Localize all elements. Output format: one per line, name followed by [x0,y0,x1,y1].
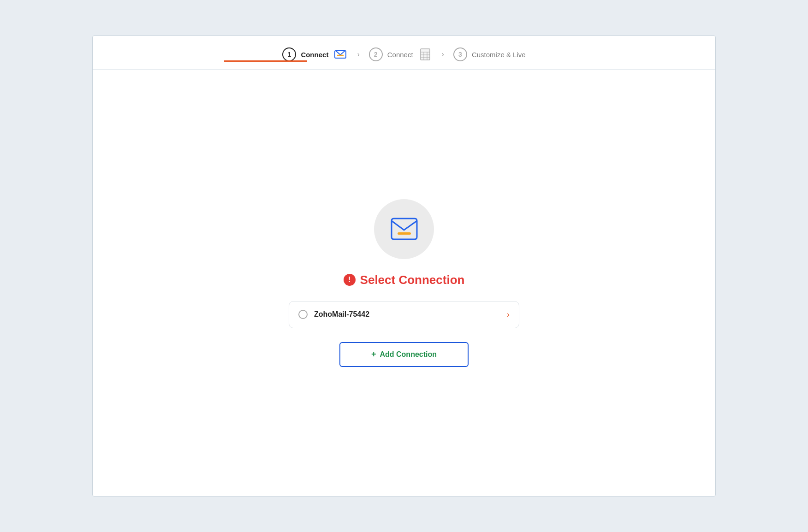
add-connection-button[interactable]: + Add Connection [339,342,469,367]
connection-name: ZohoMail-75442 [314,310,369,319]
step-2-label: Connect [387,51,413,59]
connection-option-left: ZohoMail-75442 [298,310,369,319]
connection-option[interactable]: ZohoMail-75442 › [289,301,519,328]
page-container: 1 Connect › 2 Connect [92,35,716,497]
svg-rect-0 [421,49,430,60]
step-2-spreadsheet-icon [418,47,433,62]
active-step-underline [224,60,307,62]
error-icon: ! [344,274,356,286]
step-3[interactable]: 3 Customize & Live [453,47,526,61]
step-1-number: 1 [282,47,296,61]
step-1[interactable]: 1 Connect [282,47,348,62]
step-1-label: Connect [301,51,328,59]
main-content: ! Select Connection ZohoMail-75442 › + A… [93,70,715,496]
select-connection-text: Select Connection [360,273,465,287]
svg-rect-6 [398,232,411,235]
add-connection-label: Add Connection [380,350,437,359]
stepper-header: 1 Connect › 2 Connect [93,36,715,62]
step-chevron-2: › [442,50,444,59]
select-connection-title: ! Select Connection [344,273,465,287]
step-2-number: 2 [369,47,383,61]
step-1-email-icon [333,47,348,62]
connection-chevron-icon: › [507,310,510,319]
step-2[interactable]: 2 Connect [369,47,433,62]
envelope-circle-icon [374,199,434,259]
step-3-label: Customize & Live [472,51,526,59]
step-3-number: 3 [453,47,467,61]
step-chevron-1: › [357,50,359,59]
add-connection-plus-icon: + [371,349,376,359]
connection-radio[interactable] [298,310,308,319]
